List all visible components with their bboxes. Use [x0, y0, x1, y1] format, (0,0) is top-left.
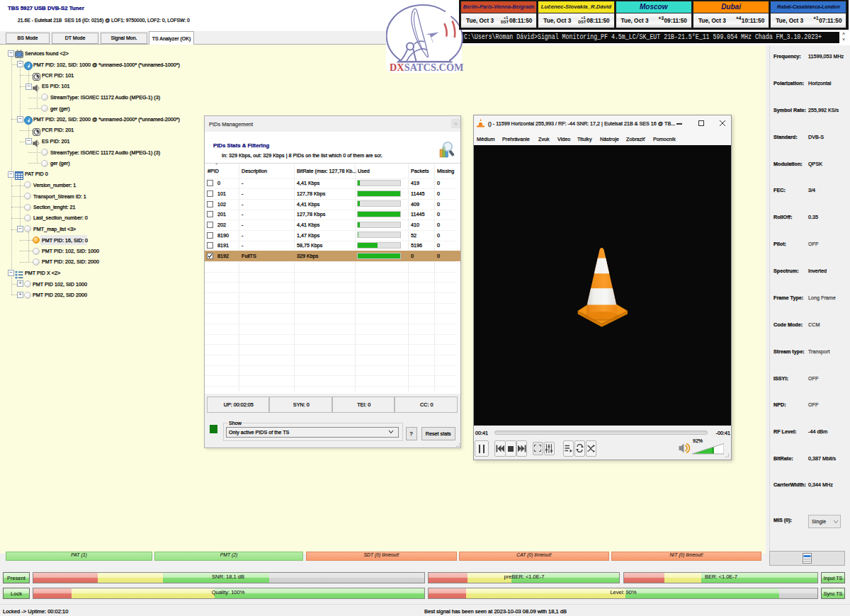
svg-text:DXSATCS.COM: DXSATCS.COM: [390, 62, 464, 73]
